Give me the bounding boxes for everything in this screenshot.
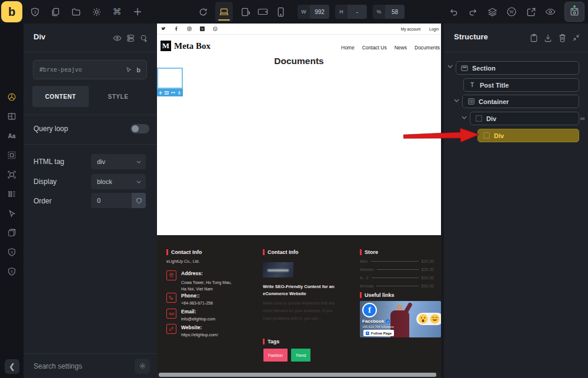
email-value[interactable]: info@elightup.com [181, 317, 215, 321]
website-url[interactable]: https://elightup.com/ [181, 333, 218, 337]
dashed-frame-icon[interactable] [6, 150, 17, 160]
interactions-cursor-icon[interactable] [139, 34, 149, 43]
tag-fashion[interactable]: Fashion [263, 349, 288, 362]
wordpress-icon[interactable]: W [506, 6, 517, 17]
bricks-builder-app: b 3 ⌘ [0, 0, 588, 378]
order-shield-button[interactable] [132, 193, 146, 208]
tab-content[interactable]: CONTENT [32, 86, 89, 107]
pages-icon[interactable] [50, 6, 61, 17]
clipboard-icon[interactable] [529, 33, 539, 42]
structure-row-container[interactable]: Container [462, 95, 579, 108]
cube-3d-icon[interactable] [6, 228, 17, 238]
site-name[interactable]: Meta Box [174, 41, 211, 51]
panel-settings-gear-button[interactable] [135, 359, 150, 374]
display-select[interactable]: block [91, 174, 146, 189]
my-account-link[interactable]: My account [401, 27, 420, 31]
zoom-value-input[interactable]: 58 [385, 5, 405, 19]
folder-templates-icon[interactable] [71, 6, 81, 17]
shield-5-icon[interactable]: 5 [6, 266, 17, 277]
query-loop-toggle[interactable] [131, 124, 149, 133]
redo-icon[interactable] [467, 6, 478, 17]
shield-3-icon[interactable]: 3 [6, 247, 17, 257]
site-preview-canvas[interactable]: v My account Login M Meta Box Home Conta… [157, 24, 441, 378]
canvas-horizontal-scrollbar[interactable] [157, 372, 441, 378]
element-id-input[interactable] [34, 66, 125, 73]
undo-icon[interactable] [448, 6, 459, 17]
chevron-down-icon[interactable] [447, 65, 453, 71]
tag-trend[interactable]: Trend [291, 349, 310, 362]
store-product-row[interactable]: Men$10.00 [360, 258, 434, 264]
svg-text:3: 3 [34, 9, 36, 14]
order-input[interactable]: 0 [91, 193, 132, 208]
bricks-logo[interactable]: b [1, 1, 22, 22]
keyboard-shortcuts-icon[interactable]: ⌘ [112, 6, 122, 17]
list-options-icon[interactable] [6, 189, 17, 199]
height-value-input[interactable]: - [348, 5, 367, 19]
html-tag-select[interactable]: div [91, 154, 146, 169]
add-element-icon[interactable] [132, 6, 143, 17]
width-value-input[interactable]: 992 [310, 5, 329, 19]
collapse-panel-button[interactable]: ❮ [5, 359, 19, 374]
typography-icon[interactable]: Aa [6, 131, 17, 141]
nav-news[interactable]: News [395, 45, 407, 51]
store-product-row[interactable]: A - Z$10.00 [360, 275, 434, 280]
breakpoint-tablet-rotate-button[interactable] [240, 6, 250, 17]
footer-post-title[interactable]: Write SEO-Friendly Content for an eComme… [263, 283, 340, 297]
refresh-icon[interactable] [198, 6, 208, 17]
whatsapp-icon[interactable] [213, 26, 218, 31]
save-button[interactable] [564, 2, 584, 22]
states-stack-icon[interactable] [126, 34, 135, 43]
nav-contact-us[interactable]: Contact Us [362, 45, 387, 51]
layers-revisions-icon[interactable] [487, 6, 497, 17]
facebook-page-widget[interactable]: f Facebook ✓ 155,619,764 followers f Fol… [360, 301, 441, 337]
selected-div-element[interactable] [157, 68, 183, 89]
red-bar [360, 249, 362, 255]
breakpoint-tablet-landscape-button[interactable] [258, 6, 268, 17]
add-icon[interactable] [159, 91, 162, 95]
structure-row-post-title[interactable]: T Post Title [463, 78, 579, 92]
shield-theme-styles-icon[interactable]: 3 [29, 6, 40, 17]
facebook-icon[interactable] [174, 26, 179, 31]
collapse-arrows-icon[interactable] [572, 33, 581, 42]
toggle-knob [132, 125, 139, 132]
vimeo-icon[interactable]: v [200, 26, 205, 31]
frame-selection-icon[interactable] [6, 169, 17, 180]
breakpoint-mobile-button[interactable] [275, 6, 286, 17]
structure-row-div-selected[interactable]: Div [477, 129, 579, 142]
drag-horizontal-icon[interactable] [171, 91, 175, 94]
site-logo[interactable]: M [161, 41, 171, 51]
footer-post-thumbnail[interactable] [263, 262, 293, 277]
chevron-down-icon[interactable] [454, 99, 460, 105]
red-bar [263, 249, 265, 255]
instagram-icon[interactable] [187, 26, 192, 31]
open-preview-icon[interactable] [526, 6, 536, 17]
gear-settings-icon[interactable] [91, 6, 102, 17]
cursor-icon[interactable] [6, 208, 17, 219]
layout-icon[interactable] [6, 111, 17, 122]
elements-ball-icon[interactable] [6, 92, 17, 102]
login-link[interactable]: Login [429, 27, 439, 31]
store-product-row[interactable]: Women$25.00 [360, 266, 434, 272]
eye-preview-icon[interactable] [545, 6, 556, 17]
toolbar-right-group: W [448, 0, 584, 24]
scrollbar-thumb[interactable] [159, 373, 436, 377]
breakpoint-desktop-button[interactable] [215, 2, 233, 22]
move-icon[interactable] [178, 91, 181, 95]
import-download-icon[interactable] [543, 33, 553, 42]
select-cursor-icon[interactable] [125, 65, 133, 75]
trash-icon[interactable] [557, 33, 567, 42]
search-settings-input[interactable] [24, 362, 135, 371]
follow-page-button[interactable]: f Follow Page [363, 330, 394, 336]
visibility-eye-icon[interactable] [112, 34, 122, 43]
shocked-emoji-icon [418, 314, 428, 324]
nav-home[interactable]: Home [341, 45, 355, 51]
twitter-icon[interactable] [161, 26, 166, 31]
nav-documents[interactable]: Documents [415, 45, 440, 51]
columns-icon[interactable] [165, 91, 169, 95]
tab-style[interactable]: STYLE [89, 86, 148, 107]
store-product-row[interactable]: Arrivals$10.00 [360, 283, 434, 289]
structure-row-section[interactable]: Section [456, 61, 579, 75]
structure-row-div[interactable]: Div [470, 112, 579, 125]
chevron-down-icon[interactable] [462, 116, 467, 122]
canvas-zoom-field: % 58 [373, 5, 405, 19]
